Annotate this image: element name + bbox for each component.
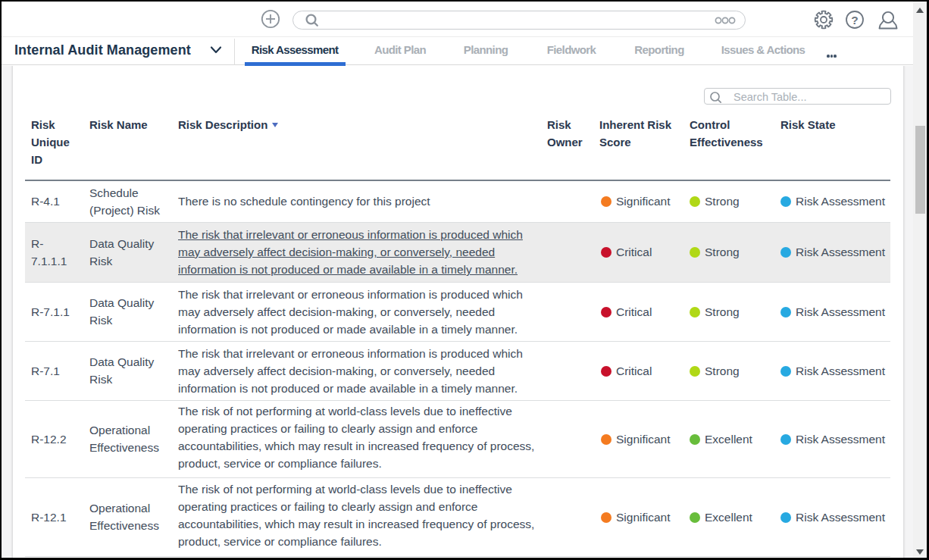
svg-text:?: ? — [851, 14, 858, 27]
